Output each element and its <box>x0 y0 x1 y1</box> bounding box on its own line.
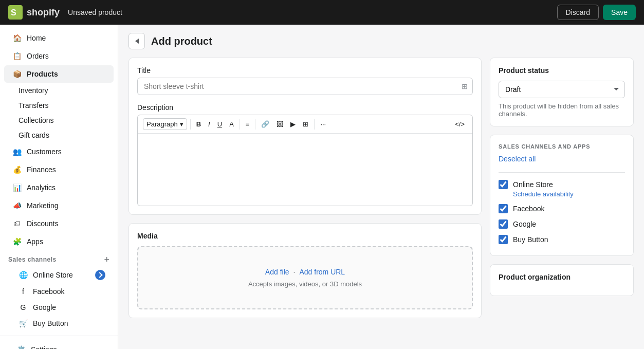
topbar-title: Unsaved product <box>68 8 122 16</box>
editor-body[interactable] <box>138 134 472 206</box>
sidebar-item-apps[interactable]: 🧩 Apps <box>4 233 114 250</box>
sidebar-item-label: Customers <box>27 148 62 156</box>
sidebar-item-facebook[interactable]: f Facebook <box>4 284 114 299</box>
sidebar-item-gift-cards[interactable]: Gift cards <box>4 128 114 142</box>
channel-item-online-store: Online Store Schedule availability <box>499 177 625 201</box>
channel-checkbox-google[interactable] <box>499 219 508 229</box>
channel-name-google: Google <box>513 220 536 228</box>
save-button[interactable]: Save <box>603 5 636 20</box>
title-input-icon: ⊞ <box>462 82 468 90</box>
orders-icon: 📋 <box>12 51 22 61</box>
analytics-icon: 📊 <box>12 183 22 192</box>
media-card: Media Add file · Add from URL Accepts im… <box>128 223 482 318</box>
sidebar-item-marketing[interactable]: 📣 Marketing <box>4 197 114 214</box>
topbar-actions: Discard Save <box>557 5 636 20</box>
sidebar-item-transfers[interactable]: Transfers <box>4 98 114 113</box>
buy-button-icon: 🛒 <box>19 319 28 328</box>
topbar: S shopify Unsaved product Discard Save <box>0 0 644 25</box>
sales-channels-title: SALES CHANNELS AND APPS <box>499 143 625 150</box>
customers-icon: 👥 <box>12 147 22 156</box>
shopify-logo: S shopify <box>8 5 60 20</box>
title-description-card: Title ⊞ Description Paragraph ▾ <box>128 58 482 215</box>
sidebar-item-finances[interactable]: 💰 Finances <box>4 161 114 178</box>
text-color-button[interactable]: A <box>227 119 236 130</box>
media-dropzone[interactable]: Add file · Add from URL Accepts images, … <box>137 246 473 309</box>
channel-name-online-store: Online Store <box>513 180 553 189</box>
channel-checkbox-online-store[interactable] <box>499 180 508 189</box>
product-status-card: Product status Draft Active This product… <box>490 58 634 126</box>
online-store-toggle[interactable] <box>95 270 105 280</box>
sidebar-item-discounts[interactable]: 🏷 Discounts <box>4 215 114 232</box>
back-button[interactable] <box>128 33 145 49</box>
discounts-icon: 🏷 <box>12 219 22 228</box>
back-arrow-icon <box>135 39 139 44</box>
underline-button[interactable]: U <box>215 119 225 130</box>
settings-icon: ⚙️ <box>16 345 26 349</box>
title-input[interactable] <box>137 78 473 95</box>
toolbar-divider-3 <box>255 119 255 130</box>
sidebar-item-label: Discounts <box>27 219 58 228</box>
more-button[interactable]: ··· <box>318 119 328 130</box>
online-store-icon: 🌐 <box>19 270 28 280</box>
media-hint: Accepts images, videos, or 3D models <box>248 280 362 288</box>
finances-icon: 💰 <box>12 165 22 174</box>
channel-divider <box>499 172 625 173</box>
bold-button[interactable]: B <box>194 119 204 130</box>
link-button[interactable]: 🔗 <box>259 119 272 130</box>
sidebar-item-label: Products <box>27 70 58 78</box>
sidebar-item-settings[interactable]: ⚙️ Settings <box>8 341 109 349</box>
sidebar-item-products[interactable]: 📦 Products <box>4 65 114 83</box>
page-title: Add product <box>151 35 212 47</box>
video-button[interactable]: ▶ <box>288 119 298 130</box>
description-label: Description <box>137 103 473 112</box>
media-title: Media <box>137 232 473 240</box>
toolbar-divider-4 <box>314 119 315 130</box>
side-column: Product status Draft Active This product… <box>490 58 634 339</box>
paragraph-label: Paragraph <box>146 120 178 128</box>
channel-checkbox-buy-button[interactable] <box>499 235 508 244</box>
channel-row-buy-button: Buy Button <box>499 235 625 244</box>
title-input-wrapper: ⊞ <box>137 78 473 95</box>
sidebar-item-google[interactable]: G Google <box>4 300 114 315</box>
main-column: Title ⊞ Description Paragraph ▾ <box>128 58 482 339</box>
channel-checkbox-facebook[interactable] <box>499 204 508 213</box>
italic-button[interactable]: I <box>206 119 213 130</box>
sidebar-item-customers[interactable]: 👥 Customers <box>4 143 114 160</box>
schedule-availability-link[interactable]: Schedule availability <box>513 190 625 198</box>
code-button[interactable]: </> <box>452 119 467 130</box>
status-select[interactable]: Draft Active <box>499 81 625 98</box>
apps-icon: 🧩 <box>12 237 22 246</box>
marketing-icon: 📣 <box>12 201 22 210</box>
paragraph-select[interactable]: Paragraph ▾ <box>143 118 187 130</box>
image-button[interactable]: 🖼 <box>274 119 286 130</box>
sidebar-item-online-store[interactable]: 🌐 Online Store <box>4 267 114 283</box>
sidebar-item-orders[interactable]: 📋 Orders <box>4 47 114 65</box>
sidebar-item-inventory[interactable]: Inventory <box>4 83 114 98</box>
facebook-icon: f <box>19 287 28 296</box>
deselect-all-link[interactable]: Deselect all <box>499 155 536 163</box>
channel-name-buy-button: Buy Button <box>513 235 548 244</box>
sidebar-item-buy-button[interactable]: 🛒 Buy Button <box>4 316 114 331</box>
sales-channels-card: SALES CHANNELS AND APPS Deselect all Onl… <box>490 135 634 256</box>
add-file-link[interactable]: Add file <box>265 268 289 276</box>
sidebar-bottom: ⚙️ Settings <box>0 336 118 349</box>
paragraph-chevron-icon: ▾ <box>180 120 183 128</box>
page-content-area: Title ⊞ Description Paragraph ▾ <box>118 58 644 349</box>
sidebar: 🏠 Home 📋 Orders 📦 Products Inventory Tra… <box>0 25 118 349</box>
sidebar-item-analytics[interactable]: 📊 Analytics <box>4 179 114 196</box>
add-from-url-link[interactable]: Add from URL <box>299 268 345 276</box>
align-button[interactable]: ≡ <box>243 119 252 130</box>
sidebar-item-label: Online Store <box>33 271 73 279</box>
sidebar-item-label: Inventory <box>19 86 48 95</box>
toolbar-divider-1 <box>190 119 191 130</box>
sidebar-nav: 🏠 Home 📋 Orders 📦 Products Inventory Tra… <box>0 25 118 336</box>
table-button[interactable]: ⊞ <box>300 119 311 130</box>
discard-button[interactable]: Discard <box>557 5 599 20</box>
add-sales-channel-button[interactable]: + <box>104 255 109 264</box>
media-links: Add file · Add from URL <box>265 268 345 276</box>
sidebar-item-collections[interactable]: Collections <box>4 113 114 127</box>
sidebar-item-home[interactable]: 🏠 Home <box>4 29 114 47</box>
home-icon: 🏠 <box>12 33 22 43</box>
sidebar-item-label: Transfers <box>19 101 49 109</box>
editor-toolbar: Paragraph ▾ B I U A ≡ 🔗 � <box>138 115 472 134</box>
